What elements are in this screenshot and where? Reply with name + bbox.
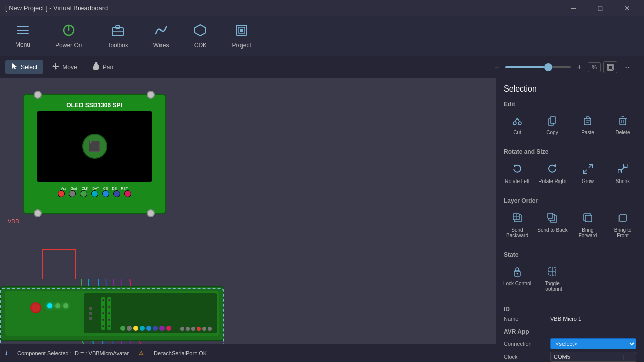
copy-button[interactable]: Copy bbox=[535, 112, 570, 139]
toolbar-toolbox[interactable]: Toolbox bbox=[102, 21, 133, 52]
id-section: ID Name VBB Micro 1 bbox=[496, 302, 644, 328]
zoom-in-button[interactable]: + bbox=[573, 61, 585, 73]
send-back-icon bbox=[547, 212, 558, 226]
select-tool-label: Select bbox=[21, 64, 37, 71]
arduino-led-1 bbox=[47, 303, 52, 308]
bring-front-button[interactable]: Bring to Front bbox=[606, 208, 640, 242]
id-section-title: ID bbox=[504, 306, 636, 313]
zoom-slider[interactable] bbox=[505, 66, 571, 68]
lock-control-button[interactable]: Lock Control bbox=[500, 262, 534, 296]
delete-button[interactable]: Delete bbox=[606, 112, 640, 139]
rotate-left-icon bbox=[512, 163, 523, 177]
pin-vss bbox=[58, 190, 65, 197]
svg-marker-33 bbox=[514, 164, 517, 167]
oled-board: OLED SSD1306 SPI ⬛ Vss Gnd CLK DAT CS DS bbox=[23, 94, 166, 214]
send-backward-button[interactable]: Send Backward bbox=[500, 208, 534, 242]
toolbar-wires[interactable]: Wires bbox=[148, 21, 174, 52]
secondary-toolbar: Select Move Pan − + % ··· bbox=[0, 56, 644, 78]
right-panel: Selection Edit Cut Copy Paste bbox=[496, 78, 644, 362]
menu-icon bbox=[17, 24, 29, 39]
lock-control-label: Lock Control bbox=[503, 281, 531, 286]
arduino-component[interactable] bbox=[0, 286, 224, 344]
oled-chip: ⬛ bbox=[82, 134, 107, 159]
svg-marker-8 bbox=[195, 25, 206, 36]
cdk-icon bbox=[194, 24, 207, 40]
grow-icon bbox=[582, 163, 593, 177]
minimize-button[interactable]: ─ bbox=[561, 0, 585, 16]
name-value: VBB Micro 1 bbox=[550, 316, 636, 322]
avr-section: AVR App Connection <select> Clock | Seri… bbox=[496, 328, 644, 362]
arduino-reset-button[interactable] bbox=[30, 302, 41, 313]
connection-select[interactable]: <select> bbox=[550, 338, 636, 349]
toolbar-project[interactable]: Project bbox=[227, 21, 256, 52]
main-toolbar: Menu Power On Toolbox Wires CDK Project bbox=[0, 16, 644, 56]
oled-screen: ⬛ bbox=[37, 111, 152, 182]
oled-pin-top-right bbox=[147, 90, 155, 99]
svg-rect-2 bbox=[17, 33, 29, 34]
frame-fit-button[interactable] bbox=[603, 61, 617, 73]
maximize-button[interactable]: □ bbox=[589, 0, 612, 16]
shrink-icon bbox=[617, 163, 628, 177]
detach-status-text: DetachSerialPort: OK bbox=[154, 350, 207, 356]
svg-point-52 bbox=[517, 273, 518, 275]
oled-pin-top-left bbox=[34, 90, 42, 99]
avr-title: AVR App bbox=[504, 328, 636, 335]
send-back-button[interactable]: Send to Back bbox=[535, 208, 570, 242]
pin-cs bbox=[102, 190, 109, 197]
bring-front-label: Bring to Front bbox=[608, 227, 638, 238]
oled-label: OLED SSD1306 SPI bbox=[66, 102, 122, 109]
pin-rst bbox=[124, 190, 131, 197]
clock-cursor: | bbox=[622, 354, 624, 360]
canvas-area[interactable]: OLED SSD1306 SPI ⬛ Vss Gnd CLK DAT CS DS bbox=[0, 78, 496, 362]
window-controls: ─ □ ✕ bbox=[561, 0, 639, 16]
lock-icon bbox=[512, 266, 522, 279]
zoom-out-button[interactable]: − bbox=[491, 61, 503, 73]
toolbar-menu[interactable]: Menu bbox=[10, 21, 35, 51]
status-info-icon: ℹ bbox=[5, 350, 7, 356]
svg-rect-23 bbox=[550, 117, 556, 123]
edit-buttons-grid: Cut Copy Paste Delete bbox=[496, 110, 644, 141]
rotate-right-button[interactable]: Rotate Right bbox=[535, 159, 570, 188]
rotate-right-icon bbox=[547, 163, 558, 177]
pan-tool-label: Pan bbox=[103, 64, 113, 71]
titlebar: [ New Project ] - Virtual Breadboard ─ □… bbox=[0, 0, 644, 16]
clock-label: Clock bbox=[504, 354, 546, 360]
move-tool-button[interactable]: Move bbox=[46, 60, 83, 74]
pan-tool-button[interactable]: Pan bbox=[86, 60, 119, 74]
zoom-percent-button[interactable]: % bbox=[588, 62, 601, 72]
grow-label: Grow bbox=[582, 178, 594, 184]
panel-title: Selection bbox=[496, 78, 644, 98]
rotate-size-grid: Rotate Left Rotate Right Grow Shrink bbox=[496, 157, 644, 190]
select-tool-button[interactable]: Select bbox=[5, 60, 43, 74]
send-backward-icon bbox=[512, 212, 523, 226]
copy-icon bbox=[547, 116, 557, 128]
wires-icon bbox=[154, 24, 168, 40]
svg-line-35 bbox=[589, 164, 592, 168]
window-title: [ New Project ] - Virtual Breadboard bbox=[5, 4, 108, 12]
toolbar-menu-label: Menu bbox=[15, 41, 30, 48]
toolbar-toolbox-label: Toolbox bbox=[107, 42, 128, 49]
bottom-pins bbox=[58, 190, 131, 197]
grow-button[interactable]: Grow bbox=[571, 159, 605, 188]
oled-component[interactable]: OLED SSD1306 SPI ⬛ Vss Gnd CLK DAT CS DS bbox=[23, 94, 166, 214]
pin-clk bbox=[80, 190, 87, 197]
toolbar-poweron-label: Power On bbox=[55, 42, 82, 49]
bring-forward-button[interactable]: Bring Forward bbox=[571, 208, 605, 242]
toolbar-cdk[interactable]: CDK bbox=[189, 21, 212, 52]
more-options-button[interactable]: ··· bbox=[620, 61, 634, 73]
rotate-left-button[interactable]: Rotate Left bbox=[500, 159, 534, 188]
svg-rect-45 bbox=[548, 213, 553, 218]
connection-label: Connection bbox=[504, 341, 546, 347]
toolbar-poweron[interactable]: Power On bbox=[50, 21, 87, 52]
bring-forward-label: Bring Forward bbox=[573, 227, 603, 238]
name-label: Name bbox=[504, 316, 546, 322]
zoom-controls: − + % ··· bbox=[491, 61, 634, 73]
cut-button[interactable]: Cut bbox=[500, 112, 534, 139]
svg-rect-50 bbox=[620, 215, 626, 221]
select-icon bbox=[11, 63, 18, 71]
shrink-button[interactable]: Shrink bbox=[606, 159, 640, 188]
paste-button[interactable]: Paste bbox=[571, 112, 605, 139]
copy-label: Copy bbox=[546, 130, 558, 135]
toggle-footprint-button[interactable]: Toggle Footprint bbox=[535, 262, 570, 296]
close-button[interactable]: ✕ bbox=[616, 0, 639, 16]
